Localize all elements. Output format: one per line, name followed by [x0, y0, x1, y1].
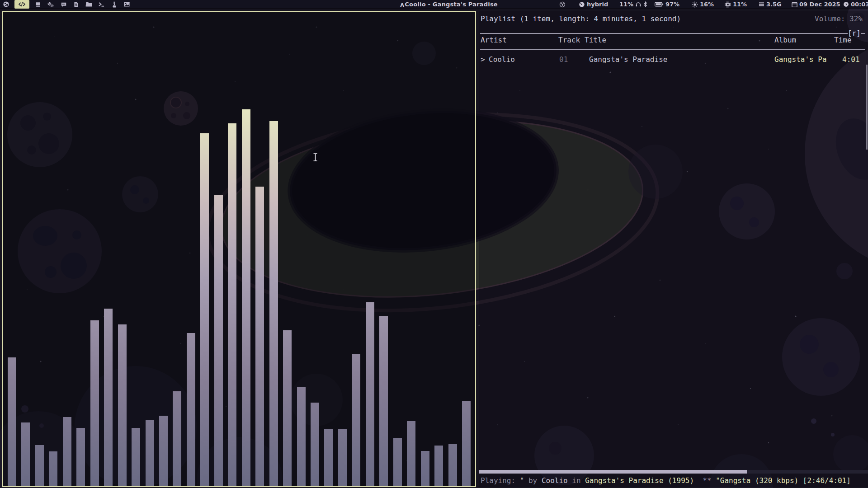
row-album: Gangsta's Pa: [774, 55, 827, 64]
window-title-text: Coolio - Gangsta's Paradise: [405, 1, 498, 8]
clock-icon: [843, 1, 849, 7]
visualizer-bar: [421, 451, 429, 486]
column-header-title: Title: [585, 36, 606, 45]
visualizer-bar: [187, 333, 195, 486]
status-date[interactable]: 09 Dec 2025: [792, 0, 840, 9]
status-performance-mode[interactable]: hybrid: [579, 0, 608, 9]
separator-line: [480, 33, 848, 34]
scrollbar-thumb[interactable]: [866, 65, 868, 150]
playlist-summary: Playlist (1 item, length: 4 minutes, 1 s…: [481, 14, 681, 23]
music-player-window[interactable]: Playlist (1 item, length: 4 minutes, 1 s…: [479, 11, 868, 487]
visualizer-bar: [379, 316, 388, 486]
visualizer-bar: [76, 428, 85, 486]
row-track-number: 01: [559, 55, 568, 64]
visualizer-bar: [242, 109, 250, 486]
visualizer-bar: [63, 417, 71, 486]
status-power-profile[interactable]: [559, 0, 566, 9]
visualizer-bar: [393, 438, 402, 486]
visualizer-bar: [214, 195, 223, 486]
status-battery[interactable]: 97%: [655, 0, 679, 9]
row-artist: Coolio: [489, 55, 515, 64]
text-cursor-pointer: [312, 153, 318, 164]
layout-indicator: ʌ: [400, 1, 404, 8]
row-title: Gangsta's Paradise: [589, 55, 667, 64]
cpu-value: 11%: [733, 1, 747, 8]
workspace-media[interactable]: [123, 0, 131, 9]
battery-value: 97%: [665, 1, 679, 8]
workspace-files[interactable]: [85, 0, 93, 9]
flask-icon: [112, 1, 117, 8]
status-text-segment: Coolio: [542, 476, 568, 485]
column-header-album: Album: [774, 36, 796, 45]
terminal-icon: [98, 1, 105, 7]
visualizer-bar: [407, 421, 415, 486]
visualizer-bar: [146, 420, 154, 486]
workspace-terminal[interactable]: [97, 0, 106, 9]
visualizer-bar: [297, 387, 306, 486]
visualizer-bar: [434, 446, 443, 486]
status-bar: ʌ Coolio - Gangsta's Paradise hybrid11%9…: [0, 0, 868, 9]
status-time[interactable]: 00:03: [843, 0, 868, 9]
book-icon: [35, 1, 41, 8]
visualizer-bar: [8, 357, 16, 486]
visualizer-bar: [283, 330, 292, 486]
status-network[interactable]: 3.5G: [759, 0, 782, 9]
column-header-artist: Artist: [481, 36, 507, 45]
visualizer-bar: [228, 123, 236, 486]
visualizer-bar: [338, 429, 347, 486]
gears-icon: [47, 1, 54, 8]
headphones-icon: [635, 1, 642, 7]
visualizer-bar: [311, 403, 319, 486]
playback-progress-bar[interactable]: [479, 470, 868, 474]
chip-icon: [725, 1, 731, 8]
audio-value: 11%: [619, 1, 633, 8]
status-cpu[interactable]: 11%: [725, 0, 747, 9]
chat-icon: [61, 1, 67, 8]
file-search-icon: [73, 1, 79, 8]
workspace-system[interactable]: [46, 0, 55, 9]
moon-icon: [3, 1, 9, 8]
volume-indicator: Volume: 32%: [815, 14, 863, 23]
workspace-docs[interactable]: [33, 0, 42, 9]
status-text-segment: in: [568, 476, 585, 485]
power-profile-icon: [559, 1, 566, 8]
workspace-file-search[interactable]: [72, 0, 80, 9]
desktop: ʌ Coolio - Gangsta's Paradise hybrid11%9…: [0, 0, 868, 488]
brightness-value: 16%: [700, 1, 714, 8]
row-time: 4:01: [842, 55, 860, 64]
visualizer-bar: [35, 445, 44, 486]
folder-icon: [85, 1, 92, 7]
workspace-main[interactable]: [2, 0, 10, 9]
calendar-icon: [792, 1, 797, 7]
workspace-lab[interactable]: [110, 0, 118, 9]
visualizer-bar: [324, 429, 333, 486]
visualizer-bar: [448, 444, 457, 486]
visualizer-bar: [352, 354, 360, 486]
visualizer-window[interactable]: [2, 11, 476, 487]
code-icon: [18, 1, 26, 7]
playlist-row[interactable]: > Coolio 01 Gangsta's Paradise Gangsta's…: [479, 55, 868, 64]
status-audio[interactable]: 11%: [619, 0, 647, 9]
workspace-code[interactable]: [14, 0, 29, 9]
column-header-track: Track: [558, 36, 580, 45]
network-icon: [759, 2, 764, 7]
focused-window-title: ʌ Coolio - Gangsta's Paradise: [400, 0, 498, 9]
status-text-segment: **: [694, 476, 716, 485]
status-text-segment: Playing:: [481, 476, 520, 485]
network-value: 3.5G: [766, 1, 782, 8]
visualizer-bar: [118, 324, 127, 486]
workspace-chat[interactable]: [59, 0, 68, 9]
visualizer-bar: [462, 401, 471, 486]
status-text-segment: ": [520, 476, 524, 485]
visualizer-bar: [255, 187, 264, 486]
status-brightness[interactable]: 16%: [692, 0, 714, 9]
separator-line-end: [861, 33, 865, 34]
playlist-column-headers: ArtistTrackTitleAlbumTime: [479, 36, 868, 45]
performance-mode-value: hybrid: [587, 1, 608, 8]
visualizer-bar: [173, 391, 181, 486]
time-value: 00:03: [851, 1, 868, 8]
battery-icon: [655, 2, 664, 7]
header-rule: [480, 49, 865, 50]
image-icon: [123, 1, 130, 7]
status-text-segment: "Gangsta (320 kbps) [2:46/4:01]: [716, 476, 851, 485]
